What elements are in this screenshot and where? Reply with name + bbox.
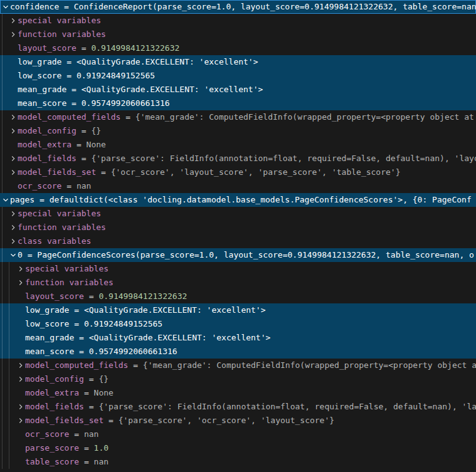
indent-guide	[2, 386, 3, 400]
variable-name: ocr_score	[18, 179, 61, 193]
chevron-down-icon[interactable]	[1, 0, 10, 14]
group-label: function variables	[18, 28, 106, 41]
variable-name: mean_score	[25, 345, 74, 359]
indent-guide	[2, 152, 3, 165]
variable-row[interactable]: model_extra = None	[0, 138, 476, 152]
variable-row[interactable]: model_computed_fields = {'mean_grade': C…	[0, 359, 476, 372]
variable-value: {'ocr_score', 'layout_score', 'parse_sco…	[111, 165, 401, 179]
variable-value: <QualityGrade.EXCELLENT: 'excellent'>	[84, 303, 266, 317]
group-row[interactable]: function variables	[0, 221, 476, 234]
variable-row[interactable]: low_score = 0.91924849152565	[0, 317, 476, 331]
variable-row[interactable]: low_grade = <QualityGrade.EXCELLENT: 'ex…	[0, 55, 476, 69]
variable-row[interactable]: model_extra = None	[0, 386, 476, 400]
variable-row[interactable]: pages = defaultdict(<class 'docling.data…	[0, 193, 476, 207]
indent-guide	[2, 14, 3, 28]
equals-sign: =	[120, 110, 135, 124]
chevron-down-icon[interactable]	[9, 248, 18, 262]
variable-name: model_extra	[25, 386, 79, 400]
variable-row[interactable]: model_config = {}	[0, 124, 476, 138]
group-row[interactable]: special variables	[0, 207, 476, 221]
equals-sign: =	[23, 248, 37, 262]
indent-guide	[2, 400, 3, 414]
chevron-right-icon[interactable]	[16, 359, 25, 372]
chevron-right-icon[interactable]	[9, 221, 18, 234]
variable-value: 0.91924849152565	[84, 317, 162, 331]
indent-guide	[2, 427, 3, 441]
variable-row[interactable]: layout_score = 0.9149984121322632	[0, 41, 476, 55]
variable-name: 0	[18, 248, 23, 262]
variable-row[interactable]: mean_grade = <QualityGrade.EXCELLENT: 'e…	[0, 83, 476, 97]
equals-sign: =	[84, 290, 98, 303]
group-row[interactable]: special variables	[0, 262, 476, 276]
variable-value: 0.9574992060661316	[82, 97, 170, 110]
chevron-right-icon[interactable]	[9, 207, 18, 221]
variable-row[interactable]: table_score = nan	[0, 455, 476, 469]
group-row[interactable]: function variables	[0, 276, 476, 290]
chevron-right-icon[interactable]	[9, 28, 18, 41]
variable-value: {'parse_score': FieldInfo(annotation=flo…	[98, 400, 476, 414]
chevron-right-icon[interactable]	[9, 124, 18, 138]
twistie-spacer	[16, 345, 25, 359]
variable-row[interactable]: model_computed_fields = {'mean_grade': C…	[0, 110, 476, 124]
variable-row[interactable]: 0 = PageConfidenceScores(parse_score=1.0…	[0, 248, 476, 262]
indent-guide	[2, 124, 3, 138]
variable-name: model_fields	[25, 400, 84, 414]
chevron-right-icon[interactable]	[16, 262, 25, 276]
group-row[interactable]: function variables	[0, 28, 476, 41]
variable-row[interactable]: model_config = {}	[0, 372, 476, 386]
chevron-right-icon[interactable]	[16, 372, 25, 386]
chevron-right-icon[interactable]	[9, 152, 18, 165]
equals-sign: =	[77, 124, 91, 138]
variable-row[interactable]: model_fields = {'parse_score': FieldInfo…	[0, 400, 476, 414]
chevron-down-icon[interactable]	[1, 193, 10, 207]
variable-value: nan	[84, 427, 98, 441]
twistie-spacer	[16, 303, 25, 317]
chevron-right-icon[interactable]	[16, 400, 25, 414]
twistie-spacer	[9, 69, 18, 83]
twistie-spacer	[16, 386, 25, 400]
variable-row[interactable]: model_fields_set = {'parse_score', 'ocr_…	[0, 414, 476, 427]
variable-row[interactable]: model_fields = {'parse_score': FieldInfo…	[0, 152, 476, 165]
variable-value: None	[94, 386, 114, 400]
indent-guide	[2, 317, 3, 331]
indent-guide	[2, 28, 3, 41]
variable-row[interactable]: low_score = 0.91924849152565	[0, 69, 476, 83]
variable-row[interactable]: mean_score = 0.9574992060661316	[0, 345, 476, 359]
indent-guide	[2, 441, 3, 455]
group-row[interactable]: special variables	[0, 14, 476, 28]
equals-sign: =	[84, 400, 98, 414]
variable-row[interactable]: layout_score = 0.9149984121322632	[0, 290, 476, 303]
variable-row[interactable]: ocr_score = nan	[0, 179, 476, 193]
indent-guide	[9, 441, 9, 455]
variable-row[interactable]: low_grade = <QualityGrade.EXCELLENT: 'ex…	[0, 303, 476, 317]
chevron-right-icon[interactable]	[9, 234, 18, 248]
variable-value: 0.9149984121322632	[91, 41, 179, 55]
variable-row[interactable]: mean_score = 0.9574992060661316	[0, 97, 476, 110]
indent-guide	[2, 110, 3, 124]
variable-value: 0.9149984121322632	[98, 290, 187, 303]
group-label: function variables	[18, 221, 106, 234]
group-row[interactable]: class variables	[0, 234, 476, 248]
indent-guide	[9, 372, 9, 386]
indent-guide	[2, 41, 3, 55]
chevron-right-icon[interactable]	[9, 165, 18, 179]
chevron-right-icon[interactable]	[16, 414, 25, 427]
chevron-right-icon[interactable]	[9, 14, 18, 28]
chevron-right-icon[interactable]	[16, 276, 25, 290]
equals-sign: =	[69, 427, 83, 441]
indent-guide	[2, 97, 3, 110]
indent-guide	[9, 400, 9, 414]
chevron-right-icon[interactable]	[9, 110, 18, 124]
variable-name: confidence	[10, 0, 59, 14]
variable-row[interactable]: ocr_score = nan	[0, 427, 476, 441]
group-label: special variables	[18, 14, 101, 28]
variable-name: model_fields_set	[25, 414, 103, 427]
variable-row[interactable]: confidence = ConfidenceReport(parse_scor…	[0, 0, 476, 14]
variable-row[interactable]: mean_grade = <QualityGrade.EXCELLENT: 'e…	[0, 331, 476, 345]
variable-value: <QualityGrade.EXCELLENT: 'excellent'>	[77, 55, 258, 69]
variable-value: {}	[91, 124, 101, 138]
variable-row[interactable]: model_fields_set = {'ocr_score', 'layout…	[0, 165, 476, 179]
indent-guide	[2, 303, 3, 317]
indent-guide	[9, 455, 9, 469]
variable-row[interactable]: parse_score = 1.0	[0, 441, 476, 455]
